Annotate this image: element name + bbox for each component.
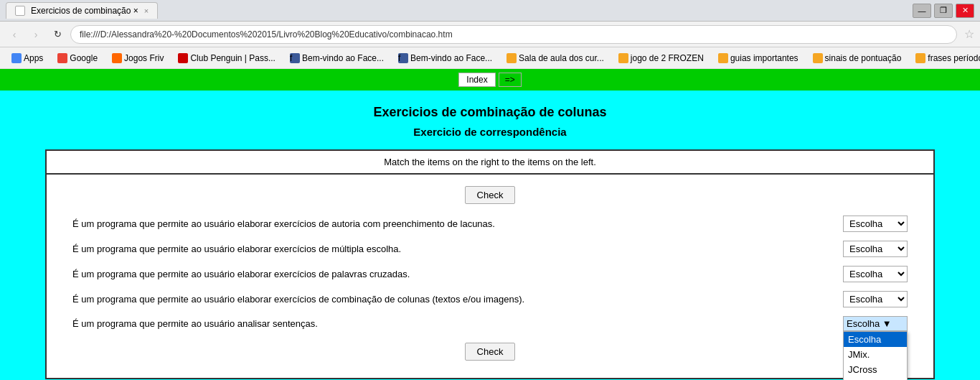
question-text-5: É um programa que permite ao usuário ana… xyxy=(72,318,843,329)
forward-button[interactable]: › xyxy=(27,26,44,43)
bookmark-friv-label: Jogos Friv xyxy=(124,53,164,63)
question-row-5: É um programa que permite ao usuário ana… xyxy=(72,316,908,331)
dropdown-option-jmix[interactable]: JMix. xyxy=(844,347,907,362)
friv-icon xyxy=(112,53,122,63)
bookmark-frozen[interactable]: jogo de 2 FROZEN xyxy=(613,52,710,65)
facebook2-icon: f xyxy=(398,53,408,63)
bookmark-sinais-label: sinais de pontuação xyxy=(825,53,902,63)
bookmark-sinais[interactable]: sinais de pontuação xyxy=(807,52,908,65)
bookmarks-bar: Apps Google Jogos Friv Club Penguin | Pa… xyxy=(0,47,980,69)
bookmark-sala[interactable]: Sala de aula dos cur... xyxy=(501,52,610,65)
bookmark-penguin[interactable]: Club Penguin | Pass... xyxy=(172,52,281,65)
question-row-3: É um programa que permite ao usuário ela… xyxy=(72,266,908,282)
frases-folder-icon xyxy=(915,53,925,63)
tab-close-icon[interactable]: × xyxy=(144,6,149,15)
bookmark-apps-label: Apps xyxy=(24,53,43,63)
question-select-5-display[interactable]: Escolha ▼ xyxy=(843,316,908,331)
bookmark-facebook2[interactable]: f Bem-vindo ao Face... xyxy=(392,52,498,65)
question-select-1[interactable]: Escolha JMix. JCross JCloze JQui JMatch xyxy=(843,216,908,232)
question-text-2: É um programa que permite ao usuário ela… xyxy=(72,244,843,254)
dropdown-option-jcross[interactable]: JCross xyxy=(844,362,907,377)
dropdown-option-escolha[interactable]: Escolha xyxy=(844,332,907,347)
top-nav-bar: Index => xyxy=(0,69,980,91)
sala-folder-icon xyxy=(507,53,517,63)
bookmark-facebook1-label: Bem-vindo ao Face... xyxy=(302,53,384,63)
window-controls: — ❐ ✕ xyxy=(913,4,974,18)
exercise-inner: Check É um programa que permite ao usuár… xyxy=(47,175,933,378)
check-button-top[interactable]: Check xyxy=(465,186,516,204)
question-row-4: É um programa que permite ao usuário ela… xyxy=(72,291,908,307)
browser-tab[interactable]: Exercicios de combinação × × xyxy=(6,2,158,19)
bookmark-star-icon[interactable]: ☆ xyxy=(964,27,974,41)
back-button[interactable]: ‹ xyxy=(6,26,23,43)
bookmark-facebook1[interactable]: f Bem-vindo ao Face... xyxy=(284,52,390,65)
address-bar: ‹ › ↻ file:///D:/Alessandra%20-%20Docume… xyxy=(0,22,980,47)
sub-title: Exercicio de correspondência xyxy=(413,126,566,138)
bookmark-sala-label: Sala de aula dos cur... xyxy=(519,53,604,63)
main-title: Exercicios de combinação de colunas xyxy=(373,105,606,120)
penguin-icon xyxy=(178,53,188,63)
bookmark-google[interactable]: Google xyxy=(52,52,103,65)
question-text-3: É um programa que permite ao usuário ela… xyxy=(72,269,843,279)
refresh-button[interactable]: ↻ xyxy=(49,26,66,43)
question-text-4: É um programa que permite ao usuário ela… xyxy=(72,294,843,305)
url-text: file:///D:/Alessandra%20-%20Documentos%2… xyxy=(80,29,453,40)
index-button-top[interactable]: Index xyxy=(458,73,495,87)
google-icon xyxy=(57,53,67,63)
tab-title: Exercicios de combinação × xyxy=(31,6,138,16)
dropdown-open-container: Escolha ▼ Escolha JMix. JCross JCloze JQ… xyxy=(843,316,908,331)
browser-window: Exercicios de combinação × × — ❐ ✕ ‹ › ↻… xyxy=(0,0,980,380)
question-row-2: É um programa que permite ao usuário ela… xyxy=(72,241,908,257)
bookmark-guias[interactable]: guias importantes xyxy=(712,52,804,65)
page-content: Index => Exercicios de combinação de col… xyxy=(0,69,980,380)
question-select-4[interactable]: Escolha JMix. JCross JCloze JQui JMatch xyxy=(843,291,908,307)
bookmark-frases-label: frases períodos xyxy=(928,53,980,63)
question-select-3[interactable]: Escolha JMix. JCross JCloze JQui JMatch xyxy=(843,266,908,282)
dropdown-option-jcloze[interactable]: JCloze xyxy=(844,377,907,380)
apps-icon xyxy=(11,53,22,63)
title-bar: Exercicios de combinação × × — ❐ ✕ xyxy=(0,0,980,22)
tab-favicon xyxy=(15,6,25,16)
sinais-folder-icon xyxy=(813,53,823,63)
facebook-icon: f xyxy=(290,53,300,63)
instructions-text: Match the items on the right to the item… xyxy=(384,157,596,167)
check-button-bottom[interactable]: Check xyxy=(465,343,516,361)
dropdown-list-5: Escolha JMix. JCross JCloze JQui JMatch xyxy=(843,331,908,380)
arrow-button-top[interactable]: => xyxy=(499,73,522,87)
close-button[interactable]: ✕ xyxy=(956,4,974,18)
frozen-folder-icon xyxy=(618,53,628,63)
maximize-button[interactable]: ❐ xyxy=(934,4,953,18)
bookmark-facebook2-label: Bem-vindo ao Face... xyxy=(410,53,492,63)
bookmark-guias-label: guias importantes xyxy=(730,53,798,63)
questions-area: É um programa que permite ao usuário ela… xyxy=(58,216,922,331)
bookmark-frases[interactable]: frases períodos xyxy=(910,52,980,65)
check-btn-bottom-row: Check xyxy=(58,343,922,361)
exercise-area: Exercicios de combinação de colunas Exer… xyxy=(0,91,980,380)
bookmark-frozen-label: jogo de 2 FROZEN xyxy=(631,53,704,63)
question-text-1: É um programa que permite ao usuário ela… xyxy=(72,218,843,229)
guias-folder-icon xyxy=(718,53,728,63)
url-input[interactable]: file:///D:/Alessandra%20-%20Documentos%2… xyxy=(70,25,957,44)
question-row-1: É um programa que permite ao usuário ela… xyxy=(72,216,908,232)
exercise-box: Match the items on the right to the item… xyxy=(45,149,935,379)
bookmark-friv[interactable]: Jogos Friv xyxy=(106,52,169,65)
question-select-2[interactable]: Escolha JMix. JCross JCloze JQui JMatch xyxy=(843,241,908,257)
minimize-button[interactable]: — xyxy=(913,4,931,18)
bookmark-apps[interactable]: Apps xyxy=(6,52,49,65)
bookmark-google-label: Google xyxy=(70,53,98,63)
instructions-bar: Match the items on the right to the item… xyxy=(47,151,933,175)
check-btn-top-row: Check xyxy=(58,186,922,204)
bookmark-penguin-label: Club Penguin | Pass... xyxy=(190,53,275,63)
